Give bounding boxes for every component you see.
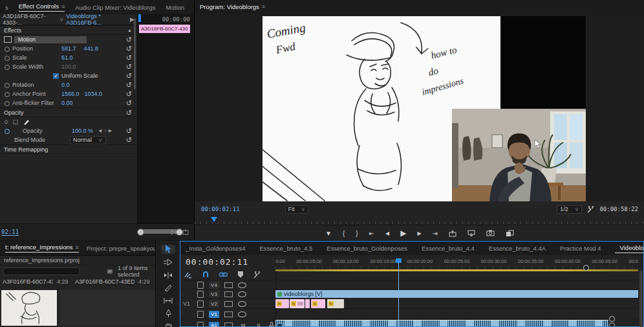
prev-keyframe-icon[interactable]: ◀ bbox=[98, 128, 102, 133]
selection-tool[interactable] bbox=[161, 245, 175, 254]
add-keyframe-icon[interactable]: ○ bbox=[103, 128, 106, 133]
lock-icon[interactable] bbox=[197, 322, 204, 327]
toggle-output-eye-icon[interactable] bbox=[238, 301, 246, 307]
source-patch-icon[interactable] bbox=[224, 322, 233, 327]
zoom-handle-left[interactable] bbox=[137, 229, 144, 236]
reset-scale-icon[interactable]: ↺ bbox=[126, 54, 132, 61]
mark-in-button[interactable]: { bbox=[343, 230, 345, 237]
track-v3-button[interactable]: V3 bbox=[209, 291, 219, 298]
pen-tool[interactable] bbox=[161, 309, 175, 318]
scale-stopwatch-icon[interactable] bbox=[4, 56, 10, 60]
timeline-track-content[interactable]: 0:00 00:00:05:00 00:00:10:00 00:00:15:00… bbox=[275, 255, 638, 326]
pink-clip-4[interactable]: fx bbox=[311, 299, 325, 308]
track-select-forward-tool[interactable] bbox=[161, 258, 175, 267]
source-patch-v1-label[interactable]: V1 bbox=[183, 300, 192, 307]
anti-flicker-value[interactable]: 0.00 bbox=[61, 100, 73, 106]
collapse-icon[interactable]: ▲ bbox=[127, 27, 132, 34]
reset-blend-icon[interactable]: ↺ bbox=[126, 137, 132, 143]
clip-videoblorgs-v3[interactable]: videoblorgs [V] bbox=[275, 290, 638, 298]
reset-motion-icon[interactable]: ↺ bbox=[126, 36, 132, 43]
tab-sequence-4[interactable]: Essence_bruto_4.4 bbox=[422, 245, 475, 252]
track-v2-button[interactable]: V2 bbox=[209, 300, 219, 308]
reset-scale-width-icon[interactable]: ↺ bbox=[126, 63, 132, 70]
tab-sequence-videoblorgs[interactable]: · Videoblorgs ≡ bbox=[615, 244, 643, 253]
opacity-stopwatch-icon[interactable] bbox=[4, 129, 10, 133]
lock-icon[interactable] bbox=[197, 300, 204, 308]
track-lane-v3[interactable]: videoblorgs [V] bbox=[275, 289, 638, 299]
blend-mode-select[interactable]: Normal ∨ bbox=[70, 136, 106, 144]
nest-sequence-icon[interactable] bbox=[184, 271, 192, 278]
anchor-stopwatch-icon[interactable] bbox=[4, 92, 10, 96]
hand-tool[interactable] bbox=[161, 322, 175, 327]
step-forward-button[interactable]: ▶ bbox=[417, 231, 421, 236]
track-lane-a1[interactable] bbox=[275, 319, 638, 326]
program-playhead[interactable] bbox=[211, 217, 217, 222]
export-frame-icon[interactable] bbox=[182, 229, 189, 235]
project-item-2[interactable]: A3F016FB-60C7-43ED-9135... 4:29 bbox=[72, 278, 153, 285]
program-timecode[interactable]: 00:00:02:11 bbox=[201, 206, 240, 212]
anchor-x-value[interactable]: 1566.0 bbox=[61, 91, 80, 97]
audio-clip-a1[interactable] bbox=[275, 320, 608, 326]
timeline-timecode[interactable]: 00:00:02:11 bbox=[186, 257, 248, 267]
project-root-path[interactable]: reference_Impressions.prproj bbox=[0, 256, 155, 265]
toggle-output-eye-icon[interactable] bbox=[238, 282, 246, 288]
scroll-handle[interactable] bbox=[609, 316, 615, 322]
linked-selection-icon[interactable] bbox=[219, 271, 228, 278]
reset-position-icon[interactable]: ↺ bbox=[126, 45, 132, 52]
lift-button[interactable] bbox=[449, 230, 456, 237]
opacity-value[interactable]: 100.0 % bbox=[72, 128, 93, 134]
snap-magnet-icon[interactable] bbox=[202, 271, 209, 278]
mark-out-button[interactable]: } bbox=[356, 230, 358, 237]
mute-button[interactable]: M bbox=[238, 322, 248, 327]
timeline-playhead[interactable] bbox=[398, 258, 399, 326]
position-x-value[interactable]: 581.7 bbox=[61, 45, 76, 52]
add-marker-icon[interactable] bbox=[238, 271, 243, 278]
next-keyframe-icon[interactable]: ▶ bbox=[109, 128, 112, 133]
track-lane-v1[interactable] bbox=[275, 308, 638, 319]
export-frame-button[interactable] bbox=[486, 230, 495, 236]
tab-motion[interactable]: Motion bbox=[166, 4, 185, 11]
scroll-handle[interactable] bbox=[583, 265, 589, 271]
reset-opacity-icon[interactable]: ↺ bbox=[126, 128, 132, 134]
rect-mask-icon[interactable]: □ bbox=[14, 118, 18, 126]
track-lane-v2[interactable]: fx fx fx fx bbox=[275, 298, 638, 309]
tab-sequence-2[interactable]: Essence_bruto_4.5 bbox=[259, 245, 312, 252]
anti-flicker-stopwatch-icon[interactable] bbox=[4, 101, 10, 106]
tab-program[interactable]: Program: Videoblorgs ≡ bbox=[200, 3, 265, 12]
add-marker-button[interactable]: ▼ bbox=[325, 230, 332, 237]
pink-clip-2[interactable]: fx bbox=[290, 299, 305, 308]
sequence-clip-ref[interactable]: Videoblorgs * A3D16FB-6... bbox=[66, 13, 127, 26]
motion-effect-row[interactable]: Motion ↺ bbox=[0, 35, 137, 44]
go-to-in-button[interactable]: ⇤ bbox=[369, 230, 374, 237]
anchor-y-value[interactable]: 1034.0 bbox=[85, 91, 103, 97]
toggle-output-eye-icon[interactable] bbox=[238, 311, 246, 317]
razor-tool[interactable] bbox=[161, 284, 175, 293]
tab-sequence-3[interactable]: Essence_bruto_Goldenposes bbox=[327, 245, 407, 252]
slip-tool[interactable] bbox=[161, 296, 175, 305]
tab-partial[interactable]: s bbox=[5, 4, 8, 11]
ripple-edit-tool[interactable] bbox=[161, 271, 175, 280]
list-view-icon[interactable] bbox=[107, 269, 113, 275]
position-stopwatch-icon[interactable] bbox=[4, 47, 10, 51]
program-scrub-bar[interactable] bbox=[195, 217, 644, 224]
voiceover-mic-icon[interactable] bbox=[269, 322, 274, 327]
timeline-settings-wrench-icon[interactable] bbox=[253, 271, 261, 278]
track-a1-button[interactable]: A1 bbox=[209, 322, 219, 327]
go-to-out-button[interactable]: ⇥ bbox=[433, 230, 438, 237]
play-around-icon[interactable] bbox=[171, 229, 177, 235]
scale-value[interactable]: 61.0 bbox=[61, 54, 73, 61]
tab-sequence-6[interactable]: Practice Mod 4 bbox=[560, 245, 601, 252]
reset-rotation-icon[interactable]: ↺ bbox=[126, 82, 132, 88]
play-button[interactable]: ▶ bbox=[400, 229, 406, 238]
scroll-handle[interactable] bbox=[609, 322, 615, 326]
pink-clip-3[interactable] bbox=[305, 299, 310, 308]
rotation-stopwatch-icon[interactable] bbox=[4, 83, 10, 87]
reset-anchor-icon[interactable]: ↺ bbox=[126, 91, 132, 97]
chevron-down-icon[interactable]: ∨ bbox=[59, 16, 64, 23]
uniform-scale-checkbox[interactable]: ✓ bbox=[53, 73, 59, 79]
effect-controls-scrollbar[interactable] bbox=[134, 18, 136, 89]
source-patch-icon[interactable] bbox=[224, 311, 233, 317]
step-back-button[interactable]: ◀ bbox=[385, 231, 389, 236]
toggle-output-eye-icon[interactable] bbox=[238, 291, 246, 297]
rotation-value[interactable]: 0.0 bbox=[61, 82, 70, 88]
